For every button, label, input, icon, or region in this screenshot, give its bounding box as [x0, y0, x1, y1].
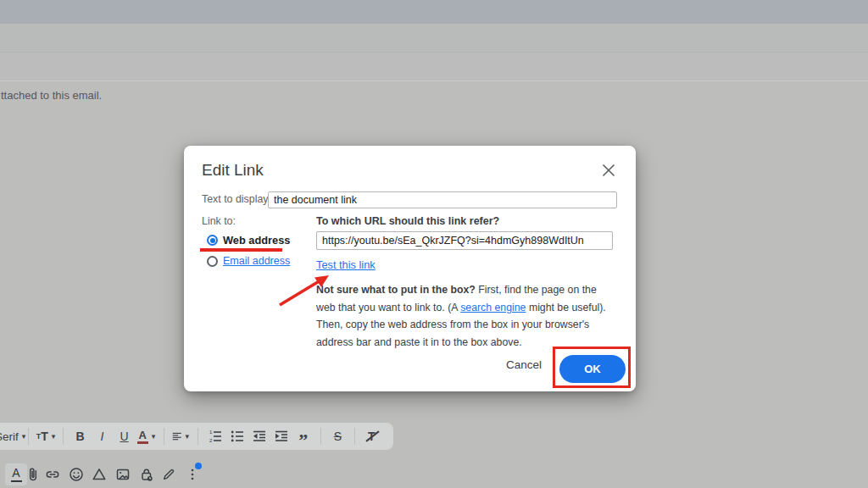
insert-photo-button[interactable]	[113, 463, 133, 486]
toolbar-divider	[320, 428, 321, 445]
compose-body-text: ttached to this email.	[1, 89, 102, 102]
insert-drive-file-button[interactable]	[89, 463, 109, 486]
link-icon	[44, 466, 61, 483]
quote-icon: ”	[298, 436, 308, 445]
toolbar-divider	[198, 428, 198, 445]
underline-button[interactable]: U	[116, 426, 133, 446]
dialog-title: Edit Link	[202, 161, 264, 180]
toolbar-divider	[354, 428, 355, 445]
close-icon[interactable]	[601, 163, 616, 178]
compose-header-band	[0, 24, 868, 53]
web-address-label: Web address	[223, 234, 290, 247]
indent-more-button[interactable]	[273, 426, 290, 446]
help-text: Not sure what to put in the box? First, …	[316, 281, 612, 351]
indent-more-icon	[275, 430, 288, 443]
align-button[interactable]: ▾	[172, 426, 189, 446]
text-color-icon: A	[137, 430, 148, 444]
web-address-radio[interactable]	[207, 235, 218, 246]
text-to-display-input[interactable]	[268, 191, 617, 208]
toolbar-divider	[63, 428, 64, 445]
chevron-down-icon: ▾	[22, 432, 26, 441]
numbered-list-button[interactable]: 12	[207, 426, 224, 446]
chevron-down-icon: ▾	[186, 432, 190, 441]
lock-clock-icon	[138, 466, 155, 483]
cancel-button[interactable]: Cancel	[498, 358, 549, 375]
italic-button[interactable]: I	[94, 426, 111, 446]
font-size-dropdown[interactable]: TT ▾	[37, 426, 54, 446]
formatting-toolbar: Serif ▾ TT ▾ B I U A ▾ ▾ 12 ” S T	[0, 423, 393, 450]
bold-button[interactable]: B	[72, 426, 89, 446]
numbered-list-icon: 12	[209, 430, 222, 443]
remove-formatting-button[interactable]: T	[364, 426, 381, 446]
toolbar-divider	[164, 428, 164, 445]
email-address-radio[interactable]	[207, 256, 218, 267]
indent-less-button[interactable]	[251, 426, 268, 446]
strikethrough-button[interactable]: S	[329, 426, 346, 446]
quote-button[interactable]: ”	[295, 426, 312, 446]
notification-dot	[195, 463, 202, 469]
pen-icon	[160, 466, 177, 483]
confidential-mode-button[interactable]	[136, 463, 157, 486]
compose-subject-band	[0, 53, 868, 81]
text-color-button[interactable]: A ▾	[138, 426, 155, 446]
font-family-dropdown[interactable]: Serif ▾	[1, 426, 19, 446]
chevron-down-icon: ▾	[52, 432, 56, 441]
svg-text:2: 2	[209, 438, 213, 443]
annotation-red-rectangle	[553, 347, 631, 388]
remove-formatting-icon: T	[365, 430, 379, 443]
toolbar-divider	[28, 428, 29, 445]
edit-link-dialog: Edit Link Text to display: Link to: Web …	[184, 146, 636, 391]
email-address-link[interactable]: Email address	[223, 255, 290, 267]
search-engine-link[interactable]: search engine	[460, 302, 526, 313]
annotation-red-arrow	[271, 266, 339, 310]
help-bold-text: Not sure what to put in the box?	[316, 284, 476, 296]
text-to-display-label: Text to display:	[202, 193, 271, 205]
signature-pen-button[interactable]	[159, 463, 179, 486]
insert-link-button[interactable]	[42, 463, 63, 486]
formatting-options-icon: A	[11, 467, 22, 482]
align-left-icon	[172, 430, 181, 443]
image-icon	[114, 466, 131, 483]
bulleted-list-button[interactable]	[229, 426, 246, 446]
insert-emoji-button[interactable]	[66, 463, 86, 486]
annotation-red-underline	[200, 248, 282, 252]
font-size-icon: T	[41, 430, 48, 443]
google-drive-icon	[91, 466, 108, 483]
bulleted-list-icon	[231, 430, 244, 443]
emoji-icon	[68, 466, 85, 483]
indent-less-icon	[253, 430, 266, 443]
font-family-label: Serif	[0, 430, 19, 443]
paperclip-icon	[25, 466, 42, 483]
attach-files-button[interactable]	[23, 463, 43, 486]
url-question-label: To which URL should this link refer?	[316, 215, 499, 227]
browser-top-band	[0, 0, 868, 24]
link-to-label: Link to:	[202, 215, 236, 227]
chevron-down-icon: ▾	[152, 432, 156, 441]
url-input[interactable]	[316, 231, 613, 250]
svg-text:1: 1	[209, 430, 213, 435]
